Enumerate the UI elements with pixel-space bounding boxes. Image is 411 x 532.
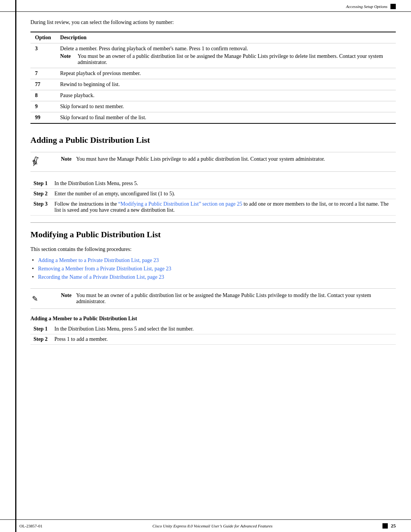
adding-step-3-text: Follow the instructions in the “Modifyin… — [51, 199, 396, 216]
adding-section-heading: Adding a Public Distribution List — [30, 135, 396, 145]
mod-step-2-label: Step 2 — [30, 334, 51, 345]
description-cell: Skip forward to final member of the list… — [56, 112, 396, 124]
option-cell: 7 — [30, 68, 56, 79]
option-cell: 8 — [30, 90, 56, 101]
note-label: Note — [60, 53, 74, 59]
modifying-note-label: Note — [61, 292, 76, 299]
footer-page-number: 25 — [391, 523, 396, 529]
footer-left: OL-23857-01 — [15, 523, 43, 529]
note-inline: NoteYou must be an owner of a public dis… — [60, 53, 391, 66]
col-option-header: Option — [30, 32, 56, 43]
adding-note-box: ✎ Note You must have the Manage Public L… — [30, 152, 396, 172]
adding-step-1-text: In the Distribution Lists Menu, press 5. — [51, 179, 396, 189]
option-cell: 77 — [30, 79, 56, 90]
adding-step-1-label: Step 1 — [30, 179, 51, 189]
modifying-note-text: You must be an owner of a public distrib… — [76, 292, 396, 305]
table-row: 8Pause playback. — [30, 90, 396, 101]
bullet-3-link[interactable]: Recording the Name of a Private Distribu… — [38, 274, 164, 280]
adding-step-2-label: Step 2 — [30, 189, 51, 199]
pencil-icon-adding: ✎ — [30, 156, 41, 167]
table-row: 3Delete a member. Press during playback … — [30, 43, 396, 68]
subsection-heading: Adding a Member to a Public Distribution… — [30, 316, 396, 322]
table-row: 7Repeat playback of previous member. — [30, 68, 396, 79]
table-header-row: Option Description — [30, 32, 396, 43]
bullet-2: Removing a Member from a Private Distrib… — [30, 265, 396, 273]
modifying-bullets: Adding a Member to a Private Distributio… — [30, 256, 396, 281]
page-footer: OL-23857-01 Cisco Unity Express 8.0 Voic… — [0, 519, 411, 532]
left-bar — [15, 0, 16, 532]
table-row: 9Skip forward to next member. — [30, 101, 396, 112]
header-title: Accessing Setup Options — [346, 4, 387, 9]
page: Accessing Setup Options During list revi… — [0, 0, 411, 532]
note-text: You must be an owner of a public distrib… — [78, 53, 391, 66]
adding-step-3-link[interactable]: “Modifying a Public Distribution List” s… — [118, 201, 242, 207]
adding-note-text: You must have the Manage Public Lists pr… — [76, 156, 396, 162]
modifying-note-box: ✎ Note You must be an owner of a public … — [30, 288, 396, 309]
modifying-section-heading: Modifying a Public Distribution List — [30, 230, 396, 240]
mod-step-2-text: Press 1 to add a member. — [51, 334, 396, 345]
mod-step-1-text: In the Distribution Lists Menu, press 5 … — [51, 324, 396, 334]
options-table: Option Description 3Delete a member. Pre… — [30, 32, 396, 124]
col-description-header: Description — [56, 32, 396, 43]
description-cell: Pause playback. — [56, 90, 396, 101]
footer-left-bar — [15, 523, 16, 529]
option-cell: 9 — [30, 101, 56, 112]
adding-step-2: Step 2 Enter the number of an empty, unc… — [30, 189, 396, 199]
modifying-intro: This section contains the following proc… — [30, 246, 396, 252]
modifying-steps-table: Step 1 In the Distribution Lists Menu, p… — [30, 324, 396, 345]
top-header: Accessing Setup Options — [0, 0, 411, 12]
adding-step-1: Step 1 In the Distribution Lists Menu, p… — [30, 179, 396, 189]
adding-step-2-text: Enter the number of an empty, unconfigur… — [51, 189, 396, 199]
mod-step-1-label: Step 1 — [30, 324, 51, 334]
description-cell: Skip forward to next member. — [56, 101, 396, 112]
option-cell: 99 — [30, 112, 56, 124]
svg-text:✎: ✎ — [32, 158, 38, 166]
mod-step-1: Step 1 In the Distribution Lists Menu, p… — [30, 324, 396, 334]
main-content: During list review, you can select the f… — [30, 12, 396, 345]
intro-paragraph: During list review, you can select the f… — [30, 19, 396, 26]
adding-step-3-before: Follow the instructions in the — [54, 201, 118, 207]
description-cell: Delete a member. Press during playback o… — [56, 43, 396, 68]
adding-steps-table: Step 1 In the Distribution Lists Menu, p… — [30, 179, 396, 216]
adding-note-label: Note — [61, 156, 76, 162]
adding-step-3-label: Step 3 — [30, 199, 51, 216]
bullet-1: Adding a Member to a Private Distributio… — [30, 256, 396, 265]
bullet-3: Recording the Name of a Private Distribu… — [30, 273, 396, 281]
table-row: 99Skip forward to final member of the li… — [30, 112, 396, 124]
table-row: 77Rewind to beginning of list. — [30, 79, 396, 90]
description-cell: Repeat playback of previous member. — [56, 68, 396, 79]
header-square — [390, 4, 396, 9]
footer-right: 25 — [382, 523, 396, 529]
option-cell: 3 — [30, 43, 56, 68]
adding-step-3: Step 3 Follow the instructions in the “M… — [30, 199, 396, 216]
note-icon-cell-adding: ✎ — [30, 156, 61, 168]
divider-1 — [30, 222, 396, 223]
mod-step-2: Step 2 Press 1 to add a member. — [30, 334, 396, 345]
note-icon-cell-modifying: ✎ — [30, 292, 61, 304]
description-cell: Rewind to beginning of list. — [56, 79, 396, 90]
footer-doc-id: OL-23857-01 — [19, 524, 43, 528]
bullet-1-link[interactable]: Adding a Member to a Private Distributio… — [38, 257, 159, 263]
footer-center: Cisco Unity Express 8.0 Voicemail User’s… — [43, 524, 383, 528]
svg-text:✎: ✎ — [32, 295, 38, 303]
pencil-icon-modifying: ✎ — [30, 292, 41, 303]
bullet-2-link[interactable]: Removing a Member from a Private Distrib… — [38, 266, 171, 272]
footer-right-square — [382, 523, 388, 529]
